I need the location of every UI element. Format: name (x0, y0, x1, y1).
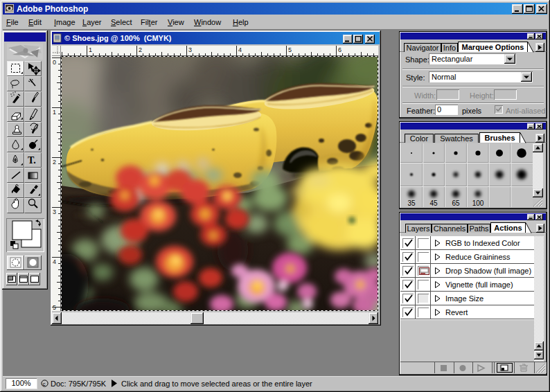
svg-text:4: 4 (238, 46, 242, 53)
svg-text:c: c (43, 381, 46, 387)
svg-text:0: 0 (53, 59, 56, 66)
svg-text:5: 5 (53, 304, 56, 311)
svg-text:3: 3 (188, 46, 192, 53)
svg-text:65: 65 (452, 199, 460, 207)
svg-text:45: 45 (429, 199, 438, 207)
svg-text:1: 1 (53, 109, 56, 116)
svg-text:4: 4 (53, 258, 56, 265)
svg-text:5: 5 (288, 46, 292, 53)
svg-text:35: 35 (407, 199, 416, 207)
svg-text:T.: T. (28, 155, 36, 166)
svg-text:2: 2 (139, 46, 142, 53)
svg-text:3: 3 (53, 208, 56, 215)
svg-text:1: 1 (89, 46, 92, 53)
svg-text:2: 2 (53, 159, 56, 166)
svg-text:6: 6 (338, 46, 341, 53)
svg-text:100: 100 (472, 199, 484, 207)
